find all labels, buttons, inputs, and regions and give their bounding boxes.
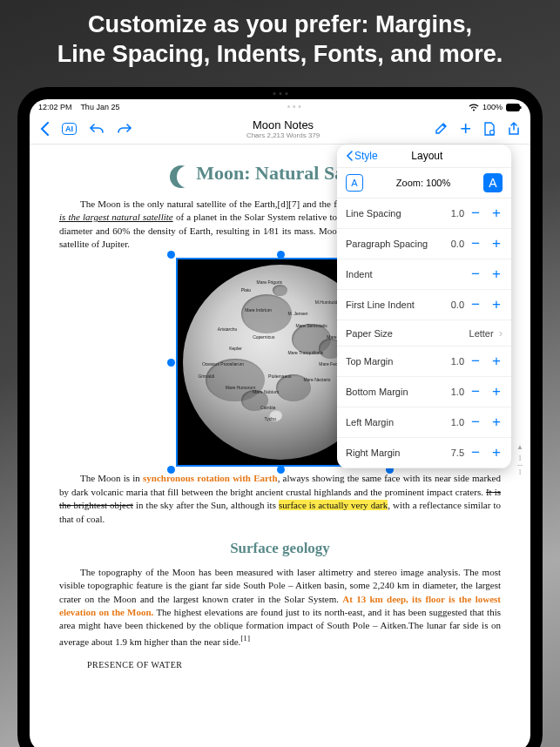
layout-row-paper-size[interactable]: Paper SizeLetter› xyxy=(337,320,511,347)
increase-button[interactable]: + xyxy=(490,414,503,431)
decrease-button[interactable]: − xyxy=(469,266,482,283)
increase-button[interactable]: + xyxy=(490,235,503,252)
increase-button[interactable]: + xyxy=(490,383,503,400)
stepper: −+ xyxy=(469,266,503,283)
layout-popover: Style Layout A Zoom: 100% A Line Spacing… xyxy=(337,145,511,468)
moon-label: Kepler xyxy=(229,347,241,351)
svg-rect-1 xyxy=(520,106,522,109)
heading-3: PRESENCE OF WATER xyxy=(59,659,501,671)
stepper: −+ xyxy=(469,414,503,431)
ai-button[interactable]: AI xyxy=(62,123,77,135)
decrease-button[interactable]: − xyxy=(469,235,482,252)
battery-pct: 100% xyxy=(482,103,503,111)
format-brush-button[interactable] xyxy=(434,122,448,136)
row-value: 0.0 xyxy=(451,299,464,310)
row-label: Left Margin xyxy=(346,417,394,427)
vertical-ruler: ▲ 1 1 xyxy=(516,441,523,480)
decrease-button[interactable]: − xyxy=(469,383,482,400)
orange-text: synchronous rotation with Earth xyxy=(143,473,278,483)
layout-row-bottom-margin: Bottom Margin1.0−+ xyxy=(337,377,511,407)
row-value: Letter xyxy=(469,328,494,339)
battery-icon xyxy=(506,102,522,111)
row-label: Paper Size xyxy=(346,328,393,339)
document-settings-button[interactable] xyxy=(483,122,496,136)
stepper: −+ xyxy=(469,296,503,313)
document-title: Moon Notes xyxy=(132,118,434,131)
status-bar: 12:02 PM Thu Jan 25 • • • 100% xyxy=(30,99,530,114)
status-date: Thu Jan 25 xyxy=(80,103,119,111)
row-label: Bottom Margin xyxy=(346,387,408,397)
paragraph-3: The topography of the Moon has been meas… xyxy=(59,566,501,649)
zoom-in-button[interactable]: A xyxy=(483,173,503,192)
screen: 12:02 PM Thu Jan 25 • • • 100% AI xyxy=(30,99,530,747)
handle-indicator: • • • xyxy=(287,102,301,111)
layout-row-line-spacing: Line Spacing1.0−+ xyxy=(337,199,511,229)
increase-button[interactable]: + xyxy=(490,296,503,313)
stepper: −+ xyxy=(469,205,503,222)
status-left: 12:02 PM Thu Jan 25 xyxy=(38,103,119,111)
stepper: −+ xyxy=(469,444,503,461)
stepper: −+ xyxy=(469,353,503,370)
marketing-line1: Customize as you prefer: Margins, xyxy=(9,10,551,40)
row-label: Top Margin xyxy=(346,356,393,367)
ipad-frame: 12:02 PM Thu Jan 25 • • • 100% AI xyxy=(17,87,543,747)
camera-dots xyxy=(273,92,287,95)
zoom-out-button[interactable]: A xyxy=(346,174,363,192)
wifi-icon xyxy=(469,102,479,111)
popover-title: Layout xyxy=(352,150,503,162)
row-label: Paragraph Spacing xyxy=(346,239,428,249)
paragraph-2: The Moon is in synchronous rotation with… xyxy=(59,472,501,526)
toolbar: AI Moon Notes Chars 2,213 Words 379 + xyxy=(30,114,530,145)
increase-button[interactable]: + xyxy=(490,444,503,461)
row-value: 1.0 xyxy=(451,356,464,367)
layout-row-right-margin: Right Margin7.5−+ xyxy=(337,438,511,468)
marketing-line2: Line Spacing, Indents, Fonts, and more. xyxy=(9,40,551,70)
svg-rect-0 xyxy=(507,104,520,111)
document-stats: Chars 2,213 Words 379 xyxy=(132,131,434,139)
add-button[interactable]: + xyxy=(460,118,471,140)
row-label: First Line Indent xyxy=(346,299,415,310)
decrease-button[interactable]: − xyxy=(469,353,482,370)
increase-button[interactable]: + xyxy=(490,353,503,370)
row-value: 7.5 xyxy=(451,448,464,458)
row-value: 1.0 xyxy=(451,387,464,397)
row-value: 1.0 xyxy=(451,208,464,219)
undo-button[interactable] xyxy=(89,123,105,135)
toolbar-center: Moon Notes Chars 2,213 Words 379 xyxy=(132,118,434,139)
decrease-button[interactable]: − xyxy=(469,205,482,222)
stepper: −+ xyxy=(469,235,503,252)
row-value: 0.0 xyxy=(451,239,464,249)
row-label: Indent xyxy=(346,269,373,279)
moon-label: Plato xyxy=(241,288,251,293)
popover-header: Style Layout xyxy=(337,145,511,168)
chevron-right-icon[interactable]: › xyxy=(499,326,503,340)
zoom-row: A Zoom: 100% A xyxy=(337,168,511,199)
status-right: 100% xyxy=(469,102,522,111)
reference-marker: [1] xyxy=(240,634,250,643)
highlighted-text: surface is actually very dark xyxy=(279,500,388,510)
marketing-headline: Customize as you prefer: Margins, Line S… xyxy=(0,0,560,84)
layout-row-indent: Indent−+ xyxy=(337,259,511,290)
row-value: 1.0 xyxy=(451,417,464,427)
stepper: −+ xyxy=(469,383,503,400)
redo-button[interactable] xyxy=(117,123,132,135)
svg-point-2 xyxy=(490,131,495,135)
increase-button[interactable]: + xyxy=(490,205,503,222)
share-button[interactable] xyxy=(508,122,520,136)
crescent-icon xyxy=(170,165,192,188)
row-label: Line Spacing xyxy=(346,208,401,219)
layout-row-left-margin: Left Margin1.0−+ xyxy=(337,407,511,438)
moon-label: Copernicus xyxy=(253,335,274,340)
layout-row-first-line-indent: First Line Indent0.0−+ xyxy=(337,290,511,320)
increase-button[interactable]: + xyxy=(490,266,503,283)
decrease-button[interactable]: − xyxy=(469,444,482,461)
decrease-button[interactable]: − xyxy=(469,414,482,431)
row-label: Right Margin xyxy=(346,448,400,458)
moon-label: Aristarchu xyxy=(218,327,238,332)
heading-2: Surface geology xyxy=(59,538,501,559)
status-time: 12:02 PM xyxy=(38,103,72,111)
layout-row-top-margin: Top Margin1.0−+ xyxy=(337,347,511,377)
decrease-button[interactable]: − xyxy=(469,296,482,313)
layout-row-paragraph-spacing: Paragraph Spacing0.0−+ xyxy=(337,229,511,259)
back-button[interactable] xyxy=(40,122,50,136)
